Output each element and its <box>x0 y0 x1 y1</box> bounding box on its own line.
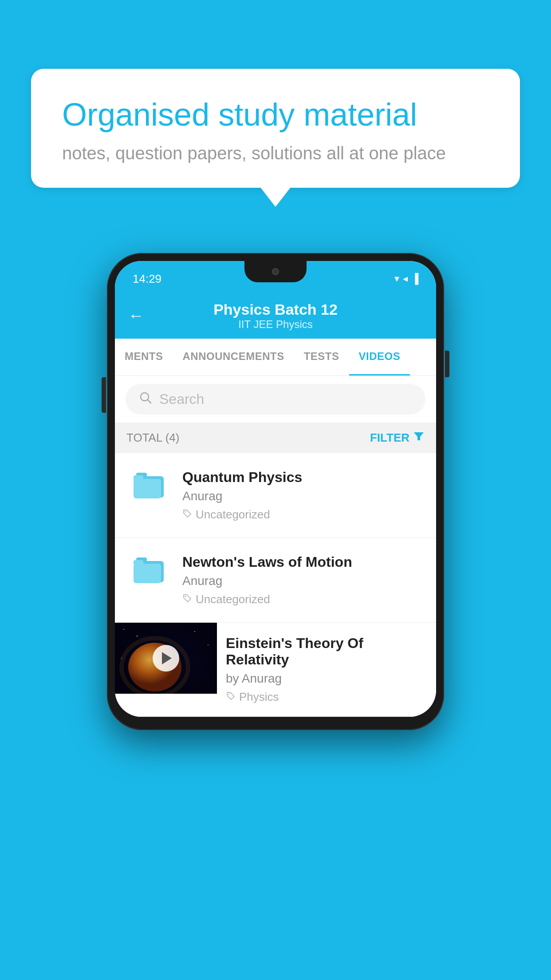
tag-label: Uncategorized <box>196 593 270 606</box>
back-button[interactable]: ← <box>128 306 144 325</box>
tab-bar: MENTS ANNOUNCEMENTS TESTS VIDEOS <box>115 339 436 376</box>
total-count: TOTAL (4) <box>126 431 179 445</box>
notch <box>244 261 307 282</box>
svg-point-15 <box>137 636 138 637</box>
video-thumbnail <box>115 623 217 694</box>
tag-label: Physics <box>239 690 279 704</box>
video-title: Quantum Physics <box>182 469 424 486</box>
list-item[interactable]: Quantum Physics Anurag Uncategorized <box>115 453 436 538</box>
search-placeholder: Search <box>159 391 204 407</box>
item-info: Quantum Physics Anurag Uncategorized <box>182 469 424 522</box>
item-info: Newton's Laws of Motion Anurag Uncategor… <box>182 554 424 606</box>
svg-rect-5 <box>134 479 161 498</box>
svg-marker-2 <box>414 432 424 440</box>
tag-icon <box>182 593 192 606</box>
header-title: Physics Batch 12 <box>213 301 338 318</box>
status-time: 14:29 <box>133 272 161 286</box>
tag-label: Uncategorized <box>196 508 270 522</box>
tag-icon <box>182 508 192 522</box>
app-header: ← Physics Batch 12 IIT JEE Physics <box>115 292 436 339</box>
signal-icon: ◂ <box>403 273 408 285</box>
list-item[interactable]: Newton's Laws of Motion Anurag Uncategor… <box>115 538 436 623</box>
video-author: by Anurag <box>226 672 427 686</box>
bubble-subtitle: notes, question papers, solutions all at… <box>62 143 489 163</box>
header-title-block: Physics Batch 12 IIT JEE Physics <box>213 301 338 331</box>
tab-videos[interactable]: VIDEOS <box>349 339 410 375</box>
video-author: Anurag <box>182 489 424 503</box>
video-list: Quantum Physics Anurag Uncategorized <box>115 453 436 717</box>
search-container: Search <box>115 376 436 423</box>
camera <box>272 268 279 275</box>
tab-announcements[interactable]: ANNOUNCEMENTS <box>173 339 294 375</box>
bubble-title: Organised study material <box>62 95 489 134</box>
phone-outer-frame: 14:29 ▾ ◂ ▐ ← Physics Batch 12 IIT JEE P… <box>107 253 444 730</box>
speech-bubble-card: Organised study material notes, question… <box>31 69 520 188</box>
video-tag: Uncategorized <box>182 593 424 606</box>
svg-rect-10 <box>134 564 161 583</box>
item-icon <box>127 554 172 585</box>
phone-screen: 14:29 ▾ ◂ ▐ ← Physics Batch 12 IIT JEE P… <box>115 261 436 717</box>
tab-tests[interactable]: TESTS <box>294 339 349 375</box>
svg-point-21 <box>228 694 230 695</box>
svg-point-14 <box>123 629 124 630</box>
play-icon <box>162 652 172 664</box>
speech-bubble-section: Organised study material notes, question… <box>31 69 520 207</box>
tag-icon <box>226 690 236 704</box>
item-info: Einstein's Theory Of Relativity by Anura… <box>217 623 436 716</box>
list-item[interactable]: Einstein's Theory Of Relativity by Anura… <box>115 623 436 717</box>
search-icon <box>139 391 152 407</box>
bubble-tail <box>260 187 291 207</box>
svg-rect-11 <box>134 560 143 565</box>
video-author: Anurag <box>182 574 424 588</box>
filter-label: FILTER <box>370 431 409 445</box>
search-bar[interactable]: Search <box>126 384 425 415</box>
item-icon <box>127 469 172 500</box>
video-tag: Uncategorized <box>182 508 424 522</box>
svg-rect-6 <box>134 475 143 481</box>
video-title: Einstein's Theory Of Relativity <box>226 635 427 668</box>
battery-icon: ▐ <box>411 273 418 285</box>
status-bar: 14:29 ▾ ◂ ▐ <box>115 261 436 292</box>
play-button[interactable] <box>153 645 179 672</box>
svg-point-7 <box>185 511 186 513</box>
svg-point-17 <box>208 644 209 645</box>
phone-mockup: 14:29 ▾ ◂ ▐ ← Physics Batch 12 IIT JEE P… <box>107 253 444 730</box>
tab-ments[interactable]: MENTS <box>115 339 173 375</box>
filter-icon <box>413 431 425 445</box>
filter-button[interactable]: FILTER <box>370 431 425 445</box>
header-subtitle: IIT JEE Physics <box>213 318 338 331</box>
status-icons: ▾ ◂ ▐ <box>394 273 418 285</box>
video-title: Newton's Laws of Motion <box>182 554 424 570</box>
filter-bar: TOTAL (4) FILTER <box>115 423 436 453</box>
svg-line-1 <box>148 400 151 403</box>
video-tag: Physics <box>226 690 427 704</box>
svg-point-12 <box>185 596 186 597</box>
wifi-icon: ▾ <box>394 273 399 285</box>
svg-point-16 <box>194 631 195 632</box>
